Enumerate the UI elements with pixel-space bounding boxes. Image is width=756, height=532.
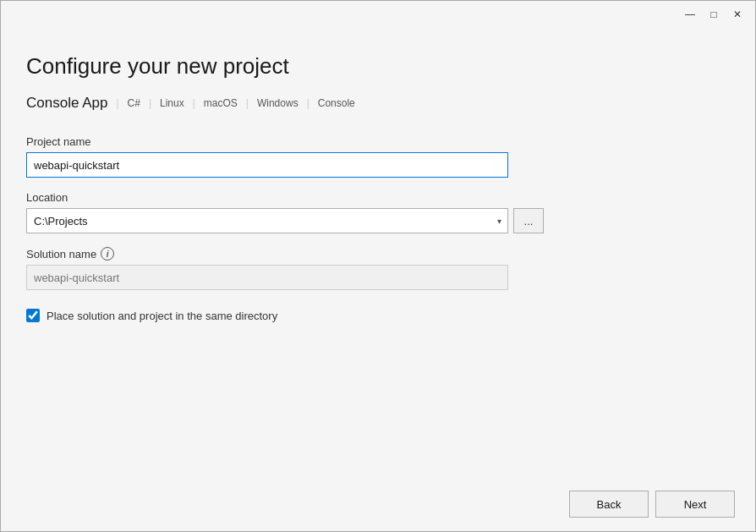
page-title: Configure your new project: [26, 53, 730, 80]
same-directory-label[interactable]: Place solution and project in the same d…: [47, 310, 277, 322]
browse-button[interactable]: ...: [513, 208, 544, 233]
next-button[interactable]: Next: [655, 491, 735, 518]
location-group: Location C:\Projects ▾ ...: [26, 191, 730, 233]
main-window: — □ ✕ Configure your new project Console…: [0, 0, 756, 532]
same-directory-checkbox[interactable]: [26, 309, 40, 322]
solution-name-label: Solution name i: [26, 247, 730, 261]
tag-csharp: C#: [128, 96, 140, 110]
app-info: Console App | C# | Linux | macOS | Windo…: [26, 95, 730, 112]
location-label: Location: [26, 191, 730, 204]
tag-console: Console: [318, 96, 355, 110]
solution-name-input[interactable]: [26, 265, 508, 290]
title-bar: — □ ✕: [1, 1, 755, 28]
title-bar-controls: — □ ✕: [679, 6, 748, 23]
tag-macos: macOS: [204, 96, 238, 110]
location-row: C:\Projects ▾ ...: [26, 208, 730, 233]
project-name-label: Project name: [26, 135, 730, 148]
same-directory-row: Place solution and project in the same d…: [26, 309, 730, 322]
tag-windows: Windows: [257, 96, 299, 110]
project-name-group: Project name: [26, 135, 730, 178]
location-select-wrapper: C:\Projects ▾: [26, 208, 508, 233]
footer: Back Next: [1, 477, 755, 531]
tag-linux: Linux: [160, 96, 184, 110]
project-name-input[interactable]: [26, 152, 508, 178]
minimize-button[interactable]: —: [679, 6, 701, 23]
app-name: Console App: [26, 95, 107, 112]
location-select[interactable]: C:\Projects: [26, 208, 508, 233]
solution-name-group: Solution name i: [26, 247, 730, 290]
back-button[interactable]: Back: [569, 491, 649, 518]
solution-name-info-icon: i: [101, 247, 114, 261]
form: Project name Location C:\Projects ▾ ...: [26, 135, 730, 322]
content-area: Configure your new project Console App |…: [1, 28, 755, 477]
close-button[interactable]: ✕: [726, 6, 748, 23]
maximize-button[interactable]: □: [703, 6, 725, 23]
